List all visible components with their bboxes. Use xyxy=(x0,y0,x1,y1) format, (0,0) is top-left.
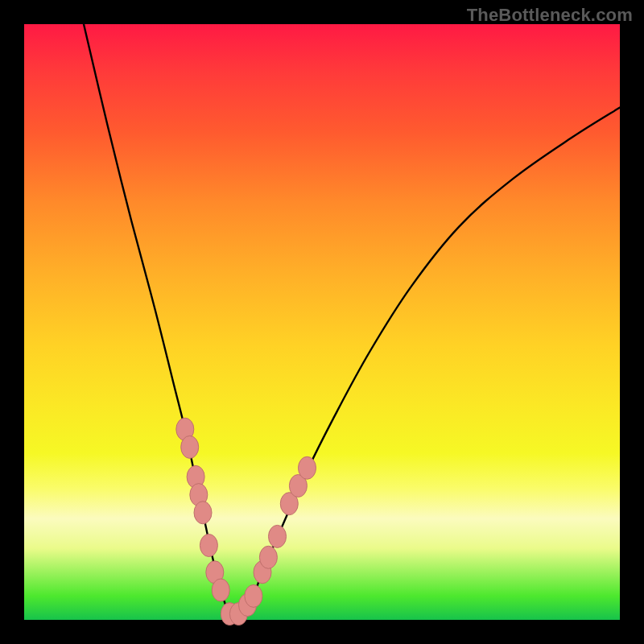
chart-canvas: TheBottleneck.com xyxy=(0,0,644,644)
plot-area xyxy=(24,24,620,620)
watermark-text: TheBottleneck.com xyxy=(467,5,633,26)
